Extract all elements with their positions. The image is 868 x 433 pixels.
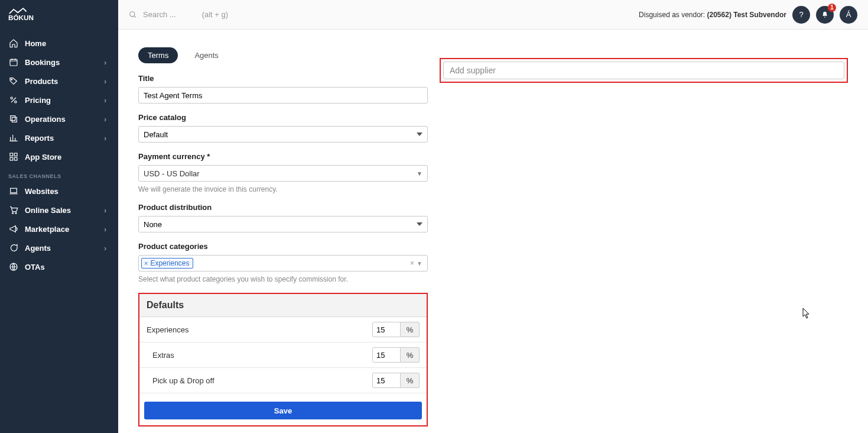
- tabs: Terms Agents: [138, 47, 428, 63]
- currency-help: We will generate the invoice in this cur…: [138, 185, 428, 193]
- sidebar-item-marketplace[interactable]: Marketplace ›: [0, 219, 118, 238]
- svg-rect-10: [14, 157, 17, 160]
- sidebar-section-label: SALES CHANNELS: [0, 166, 118, 182]
- home-icon: [8, 38, 19, 49]
- svg-rect-8: [14, 153, 17, 156]
- sidebar-item-online-sales[interactable]: Online Sales ›: [0, 201, 118, 219]
- tab-agents[interactable]: Agents: [185, 47, 227, 63]
- sidebar-item-websites[interactable]: Websites: [0, 182, 118, 201]
- sidebar-item-label: App Store: [25, 153, 110, 161]
- sidebar-item-label: OTAs: [25, 263, 110, 272]
- category-tag[interactable]: × Experiences: [141, 258, 193, 269]
- sidebar-item-agents[interactable]: Agents ›: [0, 238, 118, 257]
- sidebar-item-label: Products: [25, 77, 104, 86]
- add-supplier-panel: [440, 58, 848, 83]
- sidebar-item-label: Bookings: [25, 58, 104, 67]
- svg-rect-6: [12, 117, 17, 122]
- percent-unit: %: [401, 347, 420, 363]
- categories-label: Product categories: [138, 242, 428, 251]
- globe-icon: [8, 261, 19, 272]
- sidebar-item-operations[interactable]: Operations ›: [0, 109, 118, 128]
- svg-rect-1: [10, 59, 17, 66]
- defaults-row-name: Experiences: [147, 325, 372, 334]
- svg-point-3: [11, 97, 12, 99]
- commission-input[interactable]: [372, 373, 401, 388]
- grid-icon: [8, 151, 19, 162]
- sidebar-item-label: Marketplace: [25, 225, 104, 234]
- search[interactable]: Search ... (alt + g): [129, 10, 228, 19]
- chevron-right-icon: ›: [104, 244, 110, 253]
- sidebar-item-label: Operations: [25, 115, 104, 124]
- notifications-button[interactable]: 1: [816, 6, 834, 24]
- sidebar-item-otas[interactable]: OTAs: [0, 257, 118, 276]
- disguised-vendor-text: Disguised as vendor: (20562) Test Subven…: [639, 11, 786, 19]
- defaults-row-name: Pick up & Drop off: [147, 376, 372, 385]
- chevron-right-icon: ›: [104, 225, 110, 234]
- distribution-select[interactable]: None: [138, 216, 428, 232]
- commission-input[interactable]: [372, 322, 401, 337]
- svg-rect-5: [11, 116, 15, 121]
- topbar: Search ... (alt + g) Disguised as vendor…: [118, 0, 868, 30]
- cart-icon: [8, 205, 19, 215]
- title-label: Title: [138, 74, 428, 83]
- chat-icon: [8, 243, 19, 253]
- sidebar-item-pricing[interactable]: Pricing ›: [0, 91, 118, 109]
- defaults-row: Experiences %: [139, 317, 427, 342]
- svg-point-2: [11, 79, 12, 80]
- help-button[interactable]: ?: [792, 6, 810, 24]
- catalog-select[interactable]: Default: [138, 126, 428, 143]
- clear-icon[interactable]: ×: [410, 259, 414, 267]
- defaults-header: Defaults: [139, 294, 427, 317]
- commission-input[interactable]: [372, 347, 401, 363]
- add-supplier-input[interactable]: [443, 62, 844, 79]
- chevron-down-icon: ▼: [417, 170, 422, 177]
- chevron-right-icon: ›: [104, 134, 110, 143]
- sidebar-item-bookings[interactable]: Bookings ›: [0, 53, 118, 72]
- defaults-row: Pick up & Drop off %: [139, 368, 427, 393]
- svg-point-12: [12, 212, 14, 214]
- search-icon: [129, 11, 137, 19]
- categories-select[interactable]: × Experiences × ▼: [138, 255, 428, 272]
- svg-text:BÓKUN: BÓKUN: [8, 14, 34, 21]
- percent-icon: [8, 95, 19, 105]
- calendar-icon: [8, 57, 19, 67]
- chevron-right-icon: ›: [104, 77, 110, 86]
- defaults-row-name: Extras: [147, 351, 372, 360]
- copy-icon: [8, 114, 19, 124]
- percent-unit: %: [401, 322, 420, 337]
- main: Search ... (alt + g) Disguised as vendor…: [118, 0, 868, 433]
- svg-rect-7: [10, 153, 13, 156]
- sidebar-item-label: Agents: [25, 244, 104, 253]
- sidebar-item-label: Home: [25, 39, 110, 48]
- content: Terms Agents Title Price catalog Default: [118, 30, 868, 433]
- sidebar-item-home[interactable]: Home: [0, 34, 118, 53]
- remove-tag-icon[interactable]: ×: [144, 260, 148, 267]
- avatar-button[interactable]: Á: [840, 6, 857, 24]
- chevron-right-icon: ›: [104, 206, 110, 215]
- svg-point-15: [130, 11, 135, 16]
- sidebar-item-label: Reports: [25, 134, 104, 143]
- chevron-right-icon: ›: [104, 115, 110, 124]
- sidebar: BÓKUN Home Bookings › Products › Pricing…: [0, 0, 118, 433]
- svg-rect-9: [10, 157, 13, 160]
- chevron-right-icon: ›: [104, 96, 110, 105]
- sidebar-item-label: Online Sales: [25, 206, 104, 215]
- notification-badge: 1: [828, 4, 836, 12]
- megaphone-icon: [8, 224, 19, 234]
- chart-icon: [8, 133, 19, 143]
- sidebar-item-reports[interactable]: Reports ›: [0, 128, 118, 147]
- categories-help: Select what product categories you wish …: [138, 275, 428, 283]
- distribution-label: Product distribution: [138, 203, 428, 212]
- catalog-label: Price catalog: [138, 113, 428, 122]
- sidebar-item-appstore[interactable]: App Store: [0, 147, 118, 166]
- footer: Powered by BÓKUN: [138, 426, 848, 433]
- currency-select[interactable]: USD - US Dollar ▼: [138, 165, 428, 182]
- tab-terms[interactable]: Terms: [138, 47, 178, 63]
- title-input[interactable]: [138, 87, 428, 104]
- svg-point-13: [15, 212, 17, 214]
- save-button[interactable]: Save: [144, 402, 422, 419]
- percent-unit: %: [401, 373, 420, 388]
- chevron-right-icon: ›: [104, 58, 110, 67]
- svg-rect-11: [11, 188, 17, 192]
- sidebar-item-products[interactable]: Products ›: [0, 72, 118, 91]
